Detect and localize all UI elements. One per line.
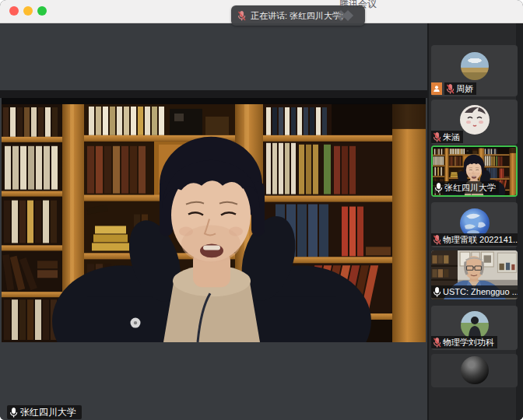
person-in-field-avatar xyxy=(461,311,489,339)
participant-label: 周娇 xyxy=(444,82,476,95)
participant-tile[interactable]: 朱涵 xyxy=(431,100,518,145)
mic-on-icon xyxy=(433,287,441,297)
host-badge-icon xyxy=(431,82,442,95)
speaking-toast-text: 正在讲话: 张红四川大学; xyxy=(251,10,343,22)
meeting-window: 腾讯会议 正在讲话: 张红四川大学; 张红四川大学 xyxy=(0,0,523,420)
speaker-video-frame xyxy=(2,98,426,342)
main-stage: 张红四川大学 xyxy=(0,23,427,420)
participant-tile[interactable]: 物理学刘功科 xyxy=(431,306,518,350)
mic-muted-icon xyxy=(433,235,441,245)
minimize-button[interactable] xyxy=(23,6,33,16)
participant-label: 物理学刘功科 xyxy=(431,336,497,348)
participant-tile-active-speaker[interactable]: 张红四川大学 xyxy=(431,145,518,197)
participants-sidebar: 周娇 朱涵 xyxy=(427,23,523,420)
mic-muted-icon xyxy=(433,132,441,142)
participant-name: 朱涵 xyxy=(443,131,460,142)
participant-label: 物理雷联 2022141... xyxy=(431,233,518,246)
main-speaker-name: 张红四川大学 xyxy=(20,406,76,419)
main-speaker-label: 张红四川大学 xyxy=(7,405,82,419)
mic-muted-icon xyxy=(433,338,441,348)
participant-tile[interactable]: USTC: Zhengguo ... xyxy=(431,250,518,299)
close-button[interactable] xyxy=(9,6,19,16)
participant-name: 物理雷联 2022141... xyxy=(443,234,518,245)
face-avatar xyxy=(460,105,490,135)
participant-name: 物理学刘功科 xyxy=(443,337,494,348)
mic-muted-icon xyxy=(446,84,455,94)
participant-name: 周娇 xyxy=(456,83,473,94)
participant-label: 朱涵 xyxy=(431,131,463,143)
zoom-button[interactable] xyxy=(37,6,47,16)
participant-tile[interactable] xyxy=(431,354,518,387)
landscape-avatar xyxy=(461,52,489,80)
participant-tile[interactable]: 周娇 xyxy=(431,45,518,96)
speaking-toast: 正在讲话: 张红四川大学; xyxy=(231,5,365,26)
sphere-avatar xyxy=(461,356,489,384)
speaking-mic-icon xyxy=(237,11,246,21)
participant-name: 张红四川大学 xyxy=(444,182,496,193)
participant-tile[interactable]: 物理雷联 2022141... xyxy=(431,202,518,247)
participant-name: USTC: Zhengguo ... xyxy=(443,286,518,297)
participant-label: USTC: Zhengguo ... xyxy=(431,285,518,298)
watermark-logo-icon xyxy=(334,10,357,21)
main-speaker-video[interactable] xyxy=(2,98,426,342)
mic-on-icon xyxy=(434,183,443,193)
mic-on-icon xyxy=(9,408,18,418)
participant-label: 张红四川大学 xyxy=(433,181,499,194)
video-letterbox-band xyxy=(0,90,427,98)
